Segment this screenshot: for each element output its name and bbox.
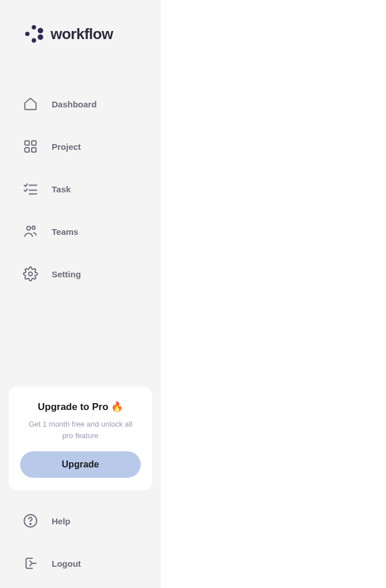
sidebar-item-label: Task [52,184,71,194]
sidebar-item-label: Logout [52,559,81,568]
upgrade-card: Upgrade to Pro 🔥 Get 1 month free and un… [9,387,152,490]
svg-point-14 [29,272,33,276]
primary-nav: Dashboard Project [0,96,161,281]
svg-point-0 [32,25,36,30]
sidebar-item-task[interactable]: Task [23,181,138,196]
svg-rect-5 [25,141,29,145]
users-icon [23,224,38,239]
upgrade-title: Upgrade to Pro 🔥 [20,401,141,413]
svg-point-12 [27,226,31,230]
footer-nav: Help Logout [0,513,161,571]
svg-point-2 [32,38,36,43]
upgrade-button[interactable]: Upgrade [20,451,141,478]
sidebar-item-label: Dashboard [52,99,96,109]
svg-rect-8 [32,148,36,152]
sidebar-item-help[interactable]: Help [23,513,138,528]
logout-icon [23,556,38,571]
svg-point-13 [32,226,35,229]
sidebar: workflow Dashboard Project [0,0,161,588]
sidebar-item-setting[interactable]: Setting [23,266,138,281]
svg-point-16 [30,524,31,525]
main-content [161,0,386,588]
upgrade-subtitle: Get 1 month free and unlock all pro feat… [20,419,141,441]
grid-icon [23,139,38,154]
gear-icon [23,266,38,281]
workflow-logo-icon [23,23,45,45]
sidebar-item-logout[interactable]: Logout [23,556,138,571]
svg-rect-7 [25,148,29,152]
sidebar-item-label: Help [52,516,71,526]
sidebar-item-project[interactable]: Project [23,139,138,154]
brand-logo[interactable]: workflow [0,23,161,45]
sidebar-item-label: Setting [52,269,81,279]
sidebar-item-teams[interactable]: Teams [23,224,138,239]
sidebar-item-label: Project [52,142,81,152]
svg-point-3 [38,28,44,34]
help-icon [23,513,38,528]
svg-rect-6 [32,141,36,145]
brand-name: workflow [51,25,113,43]
svg-point-4 [38,34,44,40]
home-icon [23,96,38,111]
spacer [0,281,161,387]
sidebar-item-label: Teams [52,227,78,237]
sidebar-item-dashboard[interactable]: Dashboard [23,96,138,111]
checklist-icon [23,181,38,196]
svg-point-1 [25,32,30,36]
